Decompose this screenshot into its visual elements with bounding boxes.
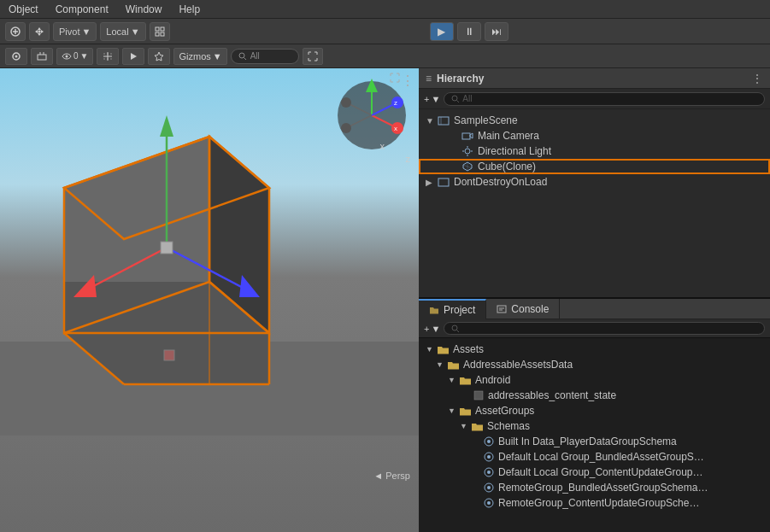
tab-project[interactable]: Project: [419, 299, 486, 319]
proj-addressable[interactable]: ▼ AddressableAssetsData: [419, 357, 770, 372]
proj-assets-label: Assets: [453, 343, 484, 355]
hierarchy-toolbar: + ▼ All: [419, 89, 770, 109]
folder-tab-icon: [429, 305, 439, 315]
svg-point-53: [341, 123, 351, 133]
svg-point-19: [239, 53, 244, 58]
tree-item-cube-clone[interactable]: Cube(Clone): [419, 159, 770, 174]
cube-icon: [461, 161, 473, 172]
scene-icon-1: [10, 50, 22, 62]
svg-marker-36: [160, 115, 173, 137]
menu-object[interactable]: Object: [0, 2, 47, 17]
project-content: ▼ Assets ▼ AddressableAssetsData: [419, 338, 770, 532]
hierarchy-header: ≡ Hierarchy ⋮: [419, 68, 770, 89]
hierarchy-more-btn[interactable]: ⋮: [751, 72, 763, 85]
proj-default-local-bundle[interactable]: Default Local Group_BundledAssetGroupS…: [419, 449, 770, 465]
tree-item-main-camera[interactable]: Main Camera: [419, 128, 770, 143]
bottom-tabs: Project Console: [419, 299, 770, 319]
proj-default-local-content[interactable]: Default Local Group_ContentUpdateGroup…: [419, 465, 770, 480]
scene-more-btn[interactable]: ⋮: [401, 73, 414, 89]
proj-add-arrow: ▼: [431, 324, 440, 334]
project-search[interactable]: [444, 322, 765, 335]
svg-rect-58: [438, 117, 449, 125]
scene-toolbar: 0 ▼ Gizmos ▼ All: [0, 44, 770, 68]
asset-dlb-icon: [484, 452, 494, 462]
gizmos-label: Gizmos: [179, 51, 210, 61]
hierarchy-panel: ≡ Hierarchy ⋮ + ▼ All: [419, 68, 770, 299]
tree-label-directional-light: Directional Light: [478, 145, 551, 157]
gizmos-dropdown[interactable]: Gizmos ▼: [173, 48, 226, 65]
svg-point-84: [487, 486, 491, 489]
svg-line-75: [457, 330, 460, 332]
folder-addr-icon: [448, 360, 459, 370]
proj-assets[interactable]: ▼ Assets: [419, 342, 770, 357]
fullscreen-icon: [308, 51, 318, 61]
project-toolbar: + ▼: [419, 319, 770, 338]
svg-rect-4: [156, 27, 159, 31]
hand-tool-button[interactable]: [5, 22, 26, 41]
scene-view[interactable]: x z x z ◄ Persp ⋮: [0, 68, 419, 532]
svg-rect-10: [38, 55, 46, 60]
project-add-btn[interactable]: + ▼: [424, 324, 440, 334]
scene-tool-2[interactable]: [31, 48, 53, 65]
svg-rect-60: [462, 133, 470, 139]
tree-label-sample-scene: SampleScene: [454, 114, 518, 126]
z-axis-label: z: [406, 154, 411, 164]
menu-window[interactable]: Window: [117, 2, 171, 17]
step-button[interactable]: ⏭: [485, 22, 508, 41]
proj-addressable-label: AddressableAssetsData: [463, 359, 573, 371]
scene-fullscreen-btn[interactable]: [303, 48, 323, 65]
svg-rect-76: [474, 391, 483, 400]
tab-console[interactable]: Console: [486, 299, 560, 319]
local-global-btn[interactable]: Local ▼: [100, 22, 145, 41]
scene-fx-btn[interactable]: [148, 48, 170, 65]
scene-anim-btn[interactable]: [122, 48, 144, 65]
svg-point-78: [487, 440, 491, 443]
scene-mode-btn[interactable]: 0 ▼: [56, 48, 93, 65]
hierarchy-tree: ▼ SampleScene Main Camera: [419, 109, 770, 297]
hierarchy-search[interactable]: All: [444, 92, 765, 106]
hierarchy-add-btn[interactable]: + ▼: [424, 94, 440, 104]
svg-rect-5: [161, 27, 164, 31]
hierarchy-panel-icon: ≡: [426, 73, 432, 85]
svg-point-86: [487, 501, 491, 505]
proj-addr-content[interactable]: addressables_content_state: [419, 388, 770, 403]
tab-console-label: Console: [511, 303, 549, 315]
play-button[interactable]: ▶: [430, 22, 454, 41]
svg-rect-70: [438, 178, 449, 186]
grid-tool-button[interactable]: [150, 22, 170, 41]
local-label: Local: [106, 26, 128, 37]
eye-icon: [62, 51, 72, 61]
pause-button[interactable]: ⏸: [457, 22, 481, 41]
gizmos-arrow: ▼: [213, 51, 222, 61]
pivot-arrow: ▼: [81, 26, 91, 37]
folder-android-icon: [460, 376, 471, 385]
svg-rect-3: [38, 30, 41, 32]
scene-grid-btn[interactable]: [97, 48, 119, 65]
pivot-label: Pivot: [59, 26, 79, 37]
menu-help[interactable]: Help: [170, 2, 209, 17]
scene-tool-1[interactable]: [5, 48, 27, 65]
menu-component[interactable]: Component: [47, 2, 117, 17]
folder-assets-icon: [438, 345, 449, 354]
tree-item-directional-light[interactable]: Directional Light: [419, 143, 770, 159]
scene-search-box[interactable]: All: [231, 49, 299, 64]
search-icon-scene: [238, 52, 247, 61]
x-axis-label: x: [380, 141, 385, 151]
proj-android[interactable]: ▼ Android: [419, 372, 770, 388]
tree-arrow-ddol: ▶: [426, 178, 436, 187]
svg-line-20: [244, 57, 246, 60]
tree-item-sample-scene[interactable]: ▼ SampleScene: [419, 113, 770, 128]
scene-maximize-btn[interactable]: [390, 73, 400, 85]
proj-remote-bundle[interactable]: RemoteGroup_BundledAssetGroupSchema…: [419, 480, 770, 495]
proj-remote-content[interactable]: RemoteGroup_ContentUpdateGroupSche…: [419, 495, 770, 511]
proj-schemas[interactable]: ▼ Schemas: [419, 418, 770, 434]
tree-item-dont-destroy[interactable]: ▶ DontDestroyOnLoad: [419, 174, 770, 190]
scene-gizmo[interactable]: x z: [333, 77, 410, 154]
svg-point-55: [341, 97, 351, 108]
move-tool-button[interactable]: [29, 22, 50, 41]
proj-assetgroups[interactable]: ▼ AssetGroups: [419, 403, 770, 418]
fx-icon: [153, 50, 165, 62]
svg-point-80: [487, 455, 491, 459]
proj-builtin[interactable]: Built In Data_PlayerDataGroupSchema: [419, 434, 770, 449]
pivot-local-group[interactable]: Pivot ▼: [53, 22, 97, 41]
